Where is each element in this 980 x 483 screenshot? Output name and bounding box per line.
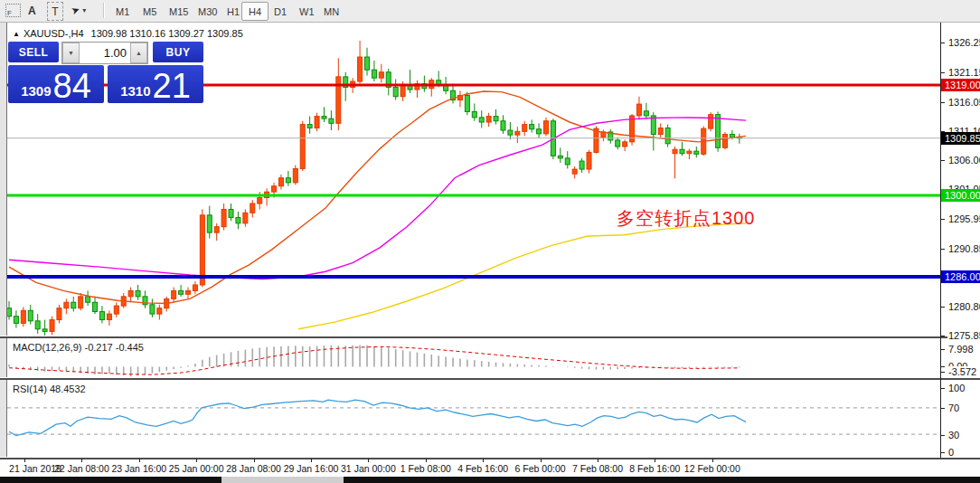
- macd-tick-label: 7.998: [947, 344, 975, 355]
- price-tag: 1309.85: [941, 132, 980, 145]
- date-tick-mark: [196, 459, 197, 462]
- rsi-tick-mark: [940, 435, 945, 436]
- date-tick-mark: [655, 459, 655, 462]
- price-tick-label: 1316.05: [947, 97, 980, 108]
- date-tick-label: 23 Jan 16:00: [111, 463, 166, 474]
- ma-mid-magenta: [9, 118, 746, 279]
- volume-decrease-button[interactable]: ▼: [62, 43, 80, 63]
- timeframe-mn[interactable]: MN: [316, 2, 346, 21]
- price-tick-label: 1290.85: [947, 243, 980, 254]
- date-tick-mark: [139, 459, 140, 462]
- date-tick-mark: [24, 459, 25, 462]
- price-tag: 1300.00: [941, 189, 980, 202]
- macd-label: MACD(12,26,9) -0.217 -0.445: [13, 342, 144, 353]
- timeframe-h4[interactable]: H4: [241, 2, 269, 21]
- price-tick-mark: [940, 160, 945, 161]
- date-tick-mark: [426, 459, 427, 462]
- rsi-tick-label: 30: [947, 430, 960, 440]
- toolbar-separator: [103, 3, 104, 18]
- macd-tick-mark: [940, 372, 945, 373]
- date-tick-label: 4 Feb 16:00: [457, 463, 508, 474]
- price-tick-mark: [940, 249, 945, 250]
- date-tick-mark: [368, 459, 369, 462]
- sell-price-big: 84: [53, 71, 91, 101]
- price-tag: 1319.00: [941, 79, 980, 91]
- macd-tick-mark: [940, 366, 945, 367]
- buy-price-button[interactable]: 1310 21: [108, 65, 203, 103]
- timeframe-m1[interactable]: M1: [108, 2, 137, 21]
- chart-window: ▲XAUUSD-,H41309.98 1310.16 1309.27 1309.…: [0, 23, 980, 477]
- sell-price-small: 1309: [21, 84, 51, 98]
- sell-price-button[interactable]: 1309 84: [8, 65, 104, 103]
- date-tick-label: 8 Feb 16:00: [629, 463, 680, 474]
- date-tick-label: 7 Feb 08:00: [572, 463, 623, 474]
- volume-input[interactable]: [80, 43, 130, 63]
- sell-button[interactable]: SELL: [8, 42, 59, 62]
- date-tick-label: 31 Jan 00:00: [341, 463, 396, 474]
- date-tick-mark: [712, 459, 713, 462]
- dotted-grid-icon[interactable]: F: [5, 2, 21, 19]
- price-tick-label: 1306.00: [947, 155, 980, 166]
- price-tick-label: 1295.95: [947, 213, 980, 224]
- buy-price-small: 1310: [120, 84, 150, 98]
- pane-separator-rsi[interactable]: [0, 377, 980, 380]
- price-tick-label: 1275.85: [947, 330, 980, 341]
- date-tick-label: 6 Feb 00:00: [515, 463, 566, 474]
- arrow-glyph: ➤: [70, 4, 81, 17]
- macd-tick-label: -3.572: [947, 366, 977, 377]
- buy-price-big: 21: [153, 71, 191, 101]
- rsi-tick-mark: [940, 388, 945, 389]
- price-tick-mark: [940, 219, 945, 220]
- date-tick-label: 22 Jan 08:00: [54, 463, 109, 474]
- price-tick-label: 1280.80: [947, 301, 980, 312]
- date-tick-mark: [81, 459, 82, 462]
- rsi-tick-mark: [940, 408, 945, 409]
- toolbar: F A T ➤ ▾ M1 M5 M15 M30 H1 H4 D1 W1 MN: [0, 0, 980, 23]
- date-tick-label: 1 Feb 08:00: [400, 463, 451, 474]
- collapse-arrow-icon[interactable]: ▲: [13, 30, 20, 38]
- price-tick-label: 1321.15: [947, 67, 980, 78]
- chart-title: ▲XAUUSD-,H41309.98 1310.16 1309.27 1309.…: [13, 28, 243, 39]
- font-a-icon[interactable]: A: [28, 2, 36, 19]
- buy-button[interactable]: BUY: [153, 42, 203, 62]
- text-box-icon[interactable]: T: [47, 2, 63, 21]
- timeframe-m5[interactable]: M5: [136, 2, 164, 21]
- dropdown-caret-icon[interactable]: ▾: [82, 6, 86, 14]
- price-tick-mark: [940, 336, 945, 336]
- rsi-tick-label: 100: [947, 383, 966, 393]
- timeframe-d1[interactable]: D1: [267, 2, 294, 21]
- date-tick-label: 12 Feb 00:00: [684, 463, 740, 474]
- date-tick-mark: [254, 459, 255, 462]
- chart-annotation-text: 多空转折点1300: [617, 206, 756, 231]
- bottom-window-edge-light: [221, 477, 344, 483]
- price-tick-label: 1326.25: [947, 37, 980, 48]
- rsi-tick-label: 70: [947, 402, 960, 413]
- date-tick-label: 28 Jan 08:00: [226, 463, 281, 474]
- ohlc-values: 1309.98 1310.16 1309.27 1309.85: [91, 28, 243, 39]
- rsi-tick-mark: [940, 452, 945, 453]
- price-tick-mark: [940, 43, 945, 43]
- date-tick-label: 25 Jan 00:00: [169, 463, 224, 474]
- date-tick-mark: [541, 459, 542, 462]
- date-tick-mark: [311, 459, 312, 462]
- price-tag: 1286.00: [941, 270, 980, 283]
- macd-tick-mark: [940, 349, 945, 350]
- mt4-terminal: F A T ➤ ▾ M1 M5 M15 M30 H1 H4 D1 W1 MN ▲…: [0, 0, 980, 483]
- arrows-tool-icon[interactable]: ➤ ▾: [71, 2, 86, 19]
- price-tick-mark: [940, 307, 945, 308]
- date-tick-label: 29 Jan 16:00: [284, 463, 339, 474]
- volume-increase-button[interactable]: ▲: [130, 43, 147, 63]
- volume-stepper: ▼ ▲: [61, 42, 148, 64]
- rsi-tick-label: 0: [947, 447, 955, 458]
- one-click-trading-panel: SELL ▼ ▲ BUY 1309 84 1310 21: [8, 42, 203, 123]
- price-tick-mark: [940, 72, 945, 73]
- date-tick-mark: [483, 459, 484, 462]
- price-tick-mark: [940, 102, 945, 103]
- bottom-window-edge: [0, 477, 980, 483]
- rsi-label: RSI(14) 48.4532: [13, 384, 86, 394]
- pane-separator-macd[interactable]: [0, 336, 980, 338]
- pane-separator-dates: [0, 457, 980, 459]
- symbol-label: XAUUSD-,H4: [24, 28, 84, 39]
- date-tick-mark: [598, 459, 598, 462]
- ma-fast-orange: [9, 91, 746, 304]
